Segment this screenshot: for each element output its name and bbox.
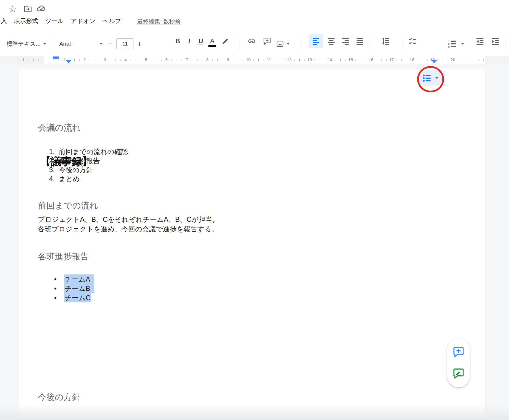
bold-button[interactable]: B — [172, 34, 184, 48]
list-number: 1. — [49, 147, 59, 156]
ruler-number: 10 — [245, 57, 251, 62]
bulleted-list-button[interactable] — [420, 70, 445, 86]
align-left-button[interactable] — [309, 34, 323, 48]
highlighter-icon — [221, 37, 230, 45]
right-indent-marker[interactable] — [431, 60, 437, 63]
bulleted-list-icon — [422, 74, 431, 83]
last-edit-link[interactable]: 最終編集: 数秒前 — [137, 18, 181, 25]
svg-text:2: 2 — [448, 42, 450, 46]
increase-indent-button[interactable] — [489, 34, 501, 48]
align-center-icon — [327, 37, 335, 45]
increase-font-size-button[interactable]: + — [135, 40, 144, 48]
first-line-indent-marker[interactable] — [53, 56, 59, 59]
list-item-text: まとめ — [59, 174, 80, 183]
margin-action-pill — [447, 338, 470, 387]
separator — [239, 39, 239, 49]
suggest-edits-floating-button[interactable] — [451, 366, 466, 381]
underline-button[interactable]: U — [195, 34, 207, 48]
list-number: 2. — [49, 156, 59, 165]
chevron-down-icon — [461, 43, 464, 45]
star-icon[interactable]: ☆ — [7, 3, 18, 14]
menu-item[interactable]: 入 — [1, 17, 7, 25]
numbered-list-item: 1. 前回までの流れの確認 — [49, 147, 128, 156]
ruler-number: 12 — [286, 57, 292, 62]
ruler-number: 20 — [450, 57, 456, 62]
align-left-icon — [312, 37, 320, 45]
numbered-list-item: 3. 今後の方針 — [49, 165, 128, 174]
ruler-number: 7 — [185, 57, 189, 62]
ruler-number: 1 — [21, 57, 25, 62]
justify-icon — [356, 37, 364, 45]
italic-button[interactable]: I — [183, 34, 195, 48]
image-icon — [276, 40, 284, 48]
align-right-icon — [342, 37, 349, 45]
decrease-indent-icon — [476, 37, 484, 45]
menu-item[interactable]: 表示形式 — [14, 17, 38, 25]
text-color-button[interactable]: A — [206, 34, 218, 48]
ruler-number: 11 — [266, 57, 272, 62]
highlight-color-button[interactable] — [219, 34, 231, 48]
line-spacing-button[interactable] — [380, 34, 392, 48]
top-chrome: ☆ 入表示形式ツールアドオンヘルプ 最終編集: 数秒前 標準テキス — [0, 0, 509, 56]
selected-text: チームA — [64, 274, 94, 284]
add-comment-button[interactable] — [261, 34, 273, 48]
cloud-saved-icon[interactable] — [36, 3, 47, 14]
menu-item[interactable]: ヘルプ — [103, 17, 121, 25]
previous-flow-paragraph: プロジェクトA、B、CをそれぞれチームA、B、Cが担当。各班プロジェクトを進め、… — [38, 215, 219, 234]
numbered-list-button[interactable]: 1 2 3 — [448, 34, 464, 54]
ruler-number: 18 — [409, 57, 415, 62]
document-page[interactable]: 【議事録】 会議の流れ 1. 前回までの流れの確認 2. 各班進捗報告 3. 今… — [19, 69, 485, 420]
chevron-down-icon — [436, 77, 438, 79]
horizontal-ruler[interactable]: 1 1234567891011121314151617181920 — [0, 56, 509, 64]
google-docs-screen: ☆ 入表示形式ツールアドオンヘルプ 最終編集: 数秒前 標準テキス — [0, 0, 509, 420]
decrease-indent-button[interactable] — [474, 34, 486, 48]
teams-bulleted-list: ● チームA ● チームB ● チームC — [54, 274, 94, 302]
checklist-icon — [408, 37, 417, 45]
bulleted-list-item: ● チームA — [54, 274, 94, 284]
bulleted-list-item: ● チームB — [54, 284, 94, 293]
ruler-number: 13 — [307, 57, 313, 62]
ruler-number: 14 — [327, 57, 333, 62]
bullet-glyph: ● — [54, 274, 64, 284]
ruler-number: 16 — [368, 57, 374, 62]
toolbar: 標準テキス... Arial − 11 + B I U A — [0, 34, 509, 56]
separator — [370, 39, 370, 49]
chevron-down-icon — [287, 43, 290, 45]
add-comment-floating-button[interactable] — [451, 345, 466, 359]
ruler-number: 6 — [165, 57, 168, 62]
checklist-button[interactable] — [406, 34, 418, 48]
align-center-button[interactable] — [325, 34, 337, 48]
numbered-list-icon: 1 2 3 — [448, 39, 456, 48]
current-text-color-swatch — [208, 45, 216, 47]
style-dropdown[interactable]: 標準テキス... — [7, 34, 46, 54]
bullet-glyph: ● — [54, 284, 64, 293]
menubar: 入表示形式ツールアドオンヘルプ — [1, 17, 128, 25]
decrease-font-size-button[interactable]: − — [106, 40, 115, 48]
selected-text: チームC — [64, 293, 91, 302]
align-right-button[interactable] — [340, 34, 352, 48]
font-dropdown[interactable]: Arial — [59, 34, 103, 54]
numbered-list-item: 2. 各班進捗報告 — [49, 156, 128, 165]
insert-image-button[interactable] — [276, 34, 290, 54]
svg-text:1: 1 — [448, 40, 450, 43]
font-size-input[interactable]: 11 — [116, 38, 134, 49]
heading-previous-flow: 前回までの流れ — [38, 200, 98, 211]
bullet-glyph: ● — [54, 293, 64, 302]
heading-future-policy: 今後の方針 — [38, 392, 81, 403]
insert-link-button[interactable] — [246, 34, 258, 48]
paragraph-line: プロジェクトA、B、CをそれぞれチームA、B、Cが担当。 — [38, 215, 219, 224]
list-item-text: 今後の方針 — [59, 165, 93, 174]
ruler-number: 3 — [103, 57, 107, 62]
ruler-margin-right — [485, 56, 509, 64]
selected-text: チームB — [64, 284, 94, 293]
increase-indent-icon — [491, 37, 499, 45]
link-icon — [247, 37, 256, 46]
list-item-text: 前回までの流れの確認 — [59, 147, 128, 156]
menu-item[interactable]: アドオン — [71, 17, 95, 25]
paragraph-line: 各班プロジェクトを進め、今回の会議で進捗を報告する。 — [38, 224, 219, 234]
move-to-folder-icon[interactable] — [22, 3, 33, 14]
separator — [403, 39, 403, 49]
justify-button[interactable] — [354, 34, 366, 48]
left-indent-marker[interactable] — [66, 60, 72, 63]
menu-item[interactable]: ツール — [45, 17, 64, 25]
